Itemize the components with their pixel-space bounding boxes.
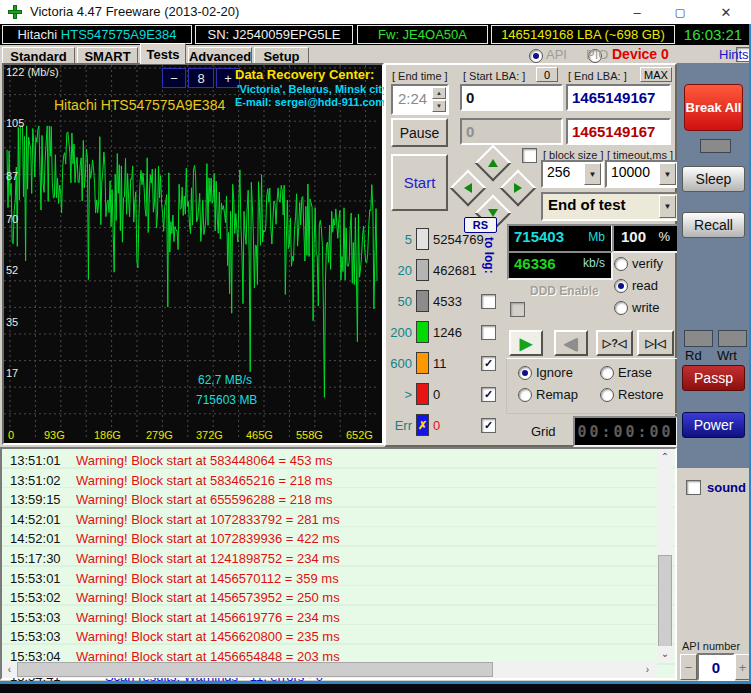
lba-zero-button[interactable]: 0 bbox=[536, 67, 558, 82]
x-tick: 558G bbox=[296, 429, 323, 441]
log-message: Warning! Block start at 583465216 = 218 … bbox=[76, 473, 332, 488]
start-button[interactable]: Start bbox=[391, 154, 448, 211]
repair-erase-radio[interactable] bbox=[600, 366, 614, 380]
log-hscrollbar[interactable]: ‹ › bbox=[2, 661, 657, 678]
back-button[interactable]: ◀ bbox=[554, 330, 588, 356]
tab-tests[interactable]: Tests bbox=[140, 43, 186, 64]
mode-verify-radio[interactable] bbox=[614, 257, 628, 271]
bin-log-checkbox[interactable]: ✓ bbox=[481, 387, 496, 402]
step-button[interactable]: ▷|◁ bbox=[637, 330, 674, 356]
play-button[interactable]: ▶ bbox=[509, 330, 543, 356]
seek-up-button[interactable] bbox=[475, 145, 512, 182]
api-minus-button[interactable]: − bbox=[680, 654, 697, 680]
y-tick: 52 bbox=[6, 264, 18, 276]
scroll-left-icon[interactable]: ‹ bbox=[2, 661, 17, 678]
rs-button[interactable]: RS bbox=[464, 217, 497, 233]
maximize-button[interactable]: ▢ bbox=[663, 0, 697, 24]
repair-remap-radio[interactable] bbox=[518, 388, 532, 402]
log-vscrollbar[interactable]: ⌃ ⌄ bbox=[657, 449, 673, 661]
bin-color-block bbox=[416, 383, 429, 405]
to-log-label: to log: bbox=[478, 237, 496, 301]
speed-graph-panel: 122 (Mb/s) 1058770523517 093G186G279G372… bbox=[2, 63, 384, 445]
start-lba-input[interactable]: 0 bbox=[460, 84, 563, 111]
arrow-left-icon bbox=[464, 183, 472, 193]
drive-info-bar: Hitachi HTS547575A9E384 SN: J2540059EPG5… bbox=[0, 24, 751, 45]
scroll-right-icon[interactable]: › bbox=[640, 661, 655, 678]
action-combo[interactable]: End of test ▼ bbox=[541, 192, 679, 221]
api-plus-button[interactable]: + bbox=[735, 654, 750, 680]
scroll-down-icon[interactable]: ⌄ bbox=[657, 646, 673, 661]
break-all-button[interactable]: Break All bbox=[684, 84, 743, 131]
repair-remap-label: Remap bbox=[536, 387, 578, 402]
bin-log-checkbox[interactable] bbox=[481, 325, 496, 340]
repair-erase-label: Erase bbox=[618, 365, 652, 380]
chevron-down-icon[interactable]: ▼ bbox=[584, 163, 601, 185]
y-tick: 17 bbox=[6, 367, 18, 379]
spin-down-icon[interactable]: ▼ bbox=[432, 100, 446, 112]
log-panel[interactable]: 13:51:01Warning! Block start at 58344806… bbox=[0, 447, 677, 680]
bin-count: 11 bbox=[433, 356, 447, 371]
end-lba-input[interactable]: 1465149167 bbox=[566, 84, 671, 111]
x-tick: 279G bbox=[146, 429, 173, 441]
spin-up-icon[interactable]: ▲ bbox=[432, 87, 446, 99]
seek-option-checkbox[interactable] bbox=[522, 148, 537, 163]
seek-left-button[interactable] bbox=[450, 170, 487, 207]
power-button[interactable]: Power bbox=[682, 412, 745, 438]
recall-button[interactable]: Recall bbox=[682, 212, 745, 238]
current-position-readout: 715603 MB bbox=[196, 393, 257, 407]
mode-read-radio[interactable] bbox=[614, 279, 628, 293]
activity-indicator bbox=[700, 139, 731, 153]
test-controls-panel: [ End time ] 2:24 ▲▼ [ Start LBA: ] 0 0 … bbox=[384, 63, 677, 447]
mode-write-radio[interactable] bbox=[614, 301, 628, 315]
log-row: 14:52:01Warning! Block start at 10728337… bbox=[2, 512, 652, 531]
sound-checkbox[interactable] bbox=[686, 480, 701, 495]
sleep-button[interactable]: Sleep bbox=[682, 166, 745, 192]
log-message: Warning! Block start at 1456570112 = 359… bbox=[76, 571, 339, 586]
ddd-enable-checkbox[interactable] bbox=[510, 302, 525, 317]
api-label: API bbox=[546, 47, 567, 62]
hscroll-thumb[interactable] bbox=[17, 662, 493, 677]
drive-brand: Hitachi bbox=[17, 27, 57, 42]
repair-restore-radio[interactable] bbox=[600, 388, 614, 402]
log-timestamp: 13:51:02 bbox=[10, 473, 61, 488]
log-message: Warning! Block start at 1072839936 = 422… bbox=[76, 531, 340, 546]
chevron-down-icon[interactable]: ▼ bbox=[659, 163, 676, 185]
chevron-down-icon[interactable]: ▼ bbox=[659, 195, 676, 218]
overlay-center: Data Recovery Center: bbox=[235, 67, 374, 82]
bin-log-checkbox[interactable]: ✓ bbox=[481, 418, 496, 433]
bin-label-200: 200 bbox=[386, 325, 412, 340]
position-mb-value: 715403 bbox=[514, 228, 564, 245]
close-button[interactable]: ✕ bbox=[709, 0, 743, 24]
graph-drive-title: Hitachi HTS547575A9E384 bbox=[54, 97, 225, 113]
timeout-combo[interactable]: 10000 ▼ bbox=[605, 160, 679, 188]
lba-max-button[interactable]: MAX bbox=[640, 67, 672, 82]
drive-serial-segment: SN: J2540059EPG5LE bbox=[195, 25, 353, 44]
percent-display: 100 % bbox=[612, 224, 679, 253]
api-radio[interactable] bbox=[529, 49, 543, 63]
scan-question-button[interactable]: ▷?◁ bbox=[596, 330, 633, 356]
rd-indicator bbox=[684, 330, 713, 347]
bin-color-block bbox=[416, 352, 429, 374]
bin-log-checkbox[interactable]: ✓ bbox=[481, 356, 496, 371]
repair-ignore-radio[interactable] bbox=[518, 366, 532, 380]
pause-button[interactable]: Pause bbox=[391, 118, 448, 147]
passp-button[interactable]: Passp bbox=[682, 365, 745, 391]
end-time-spinner[interactable]: 2:24 ▲▼ bbox=[391, 84, 449, 115]
arrow-down-icon bbox=[488, 209, 498, 217]
end-time-value: 2:24 bbox=[398, 90, 427, 107]
wrt-indicator bbox=[718, 330, 747, 347]
zoom-value: 8 bbox=[188, 68, 214, 88]
rd-label: Rd bbox=[685, 348, 702, 363]
scroll-up-icon[interactable]: ⌃ bbox=[657, 449, 673, 464]
speed-graph bbox=[4, 65, 378, 439]
vscroll-thumb[interactable] bbox=[658, 555, 672, 647]
minimize-button[interactable]: – bbox=[620, 0, 654, 24]
step-icon: ▷|◁ bbox=[646, 337, 666, 350]
ddd-enable-label: DDD Enable bbox=[530, 284, 599, 298]
block-size-value: 256 bbox=[547, 164, 570, 180]
block-size-combo[interactable]: 256 ▼ bbox=[541, 160, 604, 188]
log-timestamp: 15:17:30 bbox=[10, 551, 61, 566]
victoria-window: Victoria 4.47 Freeware (2013-02-20) – ▢ … bbox=[0, 0, 751, 693]
zoom-out-button[interactable]: − bbox=[162, 68, 186, 88]
seek-right-button[interactable] bbox=[500, 170, 537, 207]
